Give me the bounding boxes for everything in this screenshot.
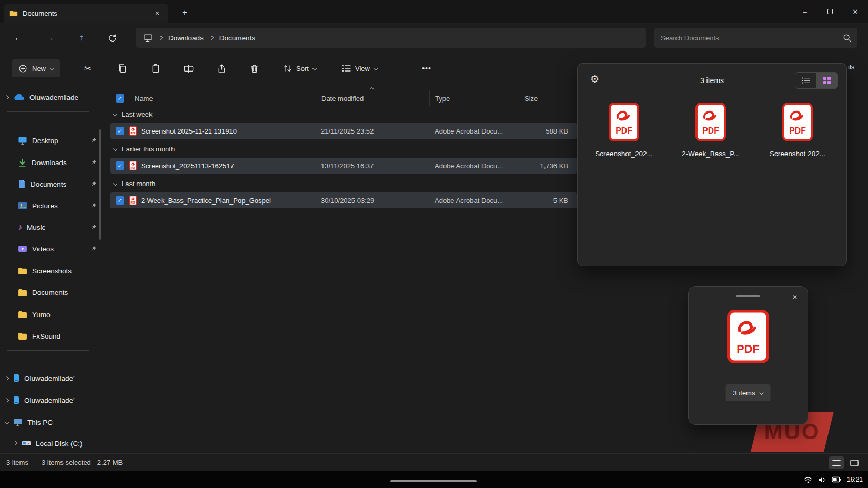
sidebar-item-screenshots[interactable]: Screenshots [2, 261, 99, 281]
sidebar-item-documents-folder[interactable]: Documents [2, 282, 99, 302]
file-row[interactable]: ✓ PDF Screenshot 2025-11-21 131910 21/11… [110, 123, 577, 139]
check-icon: ✓ [118, 198, 122, 204]
file-date: 21/11/2025 23:52 [316, 127, 429, 135]
folder-icon [18, 311, 27, 319]
rename-button[interactable] [178, 59, 198, 78]
view-icon [342, 65, 351, 72]
back-button[interactable]: ← [9, 29, 27, 47]
sort-button[interactable]: Sort [278, 59, 321, 77]
battery-icon[interactable] [832, 476, 841, 483]
maximize-button[interactable] [817, 0, 843, 23]
group-header-last-week[interactable]: Last week [110, 107, 577, 121]
wifi-icon[interactable] [804, 476, 812, 483]
paste-button[interactable] [146, 59, 166, 78]
group-header-last-month[interactable]: Last month [110, 177, 577, 190]
stack-count-label: 3 items [733, 389, 755, 397]
sidebar-item-drive-1[interactable]: Oluwademilade' [2, 368, 99, 388]
large-icons-view-button[interactable] [847, 456, 862, 469]
delete-button[interactable] [244, 59, 264, 78]
pin-icon [90, 159, 97, 166]
sidebar-item-local-disk[interactable]: Local Disk (C:) [2, 433, 99, 453]
file-row[interactable]: ✓ PDF 2-Week_Bass_Practice_Plan_Pop_Gosp… [110, 192, 577, 208]
sidebar-item-drive-2[interactable]: Oluwademilade' [2, 390, 99, 410]
sidebar-item-yumo[interactable]: Yumo [2, 304, 99, 324]
pdf-icon-label: PDF [615, 126, 632, 135]
system-tray: 16:21 [804, 471, 863, 488]
onedrive-cloud-icon [13, 94, 25, 101]
cut-button[interactable]: ✂ [78, 59, 98, 78]
tab-close-icon[interactable]: ✕ [152, 8, 163, 19]
status-bar: 3 items 3 items selected 2.27 MB [0, 453, 868, 471]
column-header-date[interactable]: Date modified [316, 90, 429, 106]
column-header-row: ✓ Name Date modified Type Size [110, 90, 577, 106]
popup-close-button[interactable]: ✕ [789, 291, 801, 303]
drag-handle[interactable] [736, 295, 760, 297]
pdf-icon-label: PDF [131, 132, 136, 135]
explorer-tab[interactable]: Documents ✕ [4, 4, 168, 23]
forward-button[interactable]: → [41, 29, 59, 47]
row-checkbox[interactable]: ✓ [116, 127, 124, 135]
pdf-file-icon: PDF [609, 103, 639, 141]
sidebar-item-documents[interactable]: Documents [2, 174, 99, 194]
grid-view-toggle[interactable] [816, 73, 837, 88]
row-checkbox[interactable]: ✓ [116, 196, 124, 205]
navigation-bar: ← → ↑ Downloads Documents [0, 23, 868, 53]
sidebar-item-pictures[interactable]: Pictures [2, 196, 99, 216]
pdf-tile-3[interactable]: PDF Screenshot 202... [758, 103, 837, 158]
sidebar-item-label: Documents [32, 289, 68, 297]
sidebar-item-this-pc[interactable]: This PC [2, 412, 99, 432]
view-button[interactable]: View [337, 59, 382, 77]
group-header-earlier-this-month[interactable]: Earlier this month [110, 142, 577, 156]
drive-icon [13, 396, 19, 404]
status-divider [35, 459, 35, 466]
column-header-type[interactable]: Type [429, 90, 519, 106]
sidebar-item-desktop[interactable]: Desktop [2, 130, 99, 150]
row-checkbox[interactable]: ✓ [116, 161, 124, 170]
volume-icon[interactable] [818, 476, 826, 483]
taskbar-clock[interactable]: 16:21 [847, 476, 863, 483]
file-row[interactable]: ✓ PDF Screenshot_20251113-162517 13/11/2… [110, 158, 577, 174]
sidebar-scrollbar[interactable] [99, 129, 101, 240]
new-tab-button[interactable]: + [178, 6, 191, 19]
refresh-button[interactable] [103, 29, 121, 47]
stack-pdf-thumbnail[interactable]: PDF [727, 310, 769, 363]
close-button[interactable]: ✕ [843, 0, 868, 23]
details-view-button[interactable] [829, 456, 844, 469]
sidebar-item-videos[interactable]: Videos [2, 239, 99, 259]
search-input[interactable] [661, 34, 839, 42]
grid-view-icon [823, 77, 831, 84]
sidebar-item-fxsound[interactable]: FxSound [2, 326, 99, 346]
chevron-down-icon [113, 181, 117, 186]
up-button[interactable]: ↑ [73, 29, 90, 47]
details-label-partial[interactable]: ils [848, 63, 854, 71]
column-header-name[interactable]: Name [129, 90, 316, 106]
sidebar-item-music[interactable]: ♪ Music [2, 217, 99, 237]
sidebar-item-label: Documents [31, 180, 66, 188]
stack-count-button[interactable]: 3 items [726, 384, 771, 401]
breadcrumb-downloads[interactable]: Downloads [168, 34, 204, 42]
list-view-toggle[interactable] [795, 73, 816, 88]
file-size: 5 KB [519, 197, 577, 205]
column-header-size[interactable]: Size [519, 90, 577, 106]
folder-icon [18, 289, 27, 297]
sidebar-item-label: Local Disk (C:) [36, 440, 83, 448]
status-view-switcher [829, 456, 862, 469]
more-options-button[interactable]: ••• [417, 59, 437, 78]
pdf-tile-1[interactable]: PDF Screenshot_202... [584, 103, 663, 158]
sidebar-item-downloads[interactable]: Downloads [2, 152, 99, 172]
breadcrumb-documents[interactable]: Documents [219, 34, 255, 42]
pdf-file-icon: PDF [695, 103, 726, 141]
this-pc-icon [143, 34, 153, 43]
pdf-tile-2[interactable]: PDF 2-Week_Bass_P... [671, 103, 750, 158]
share-button[interactable] [211, 59, 231, 78]
view-toggle [795, 72, 838, 89]
pdf-icon-label: PDF [736, 342, 760, 355]
sidebar-item-onedrive[interactable]: Oluwademilade [2, 87, 99, 107]
minimize-button[interactable]: – [792, 0, 817, 23]
copy-button[interactable] [112, 59, 132, 78]
new-button[interactable]: New [12, 59, 60, 77]
search-icon[interactable] [843, 34, 851, 42]
tile-label: Screenshot_202... [595, 150, 653, 158]
maximize-icon [827, 9, 833, 14]
select-all-checkbox[interactable]: ✓ [110, 90, 129, 106]
